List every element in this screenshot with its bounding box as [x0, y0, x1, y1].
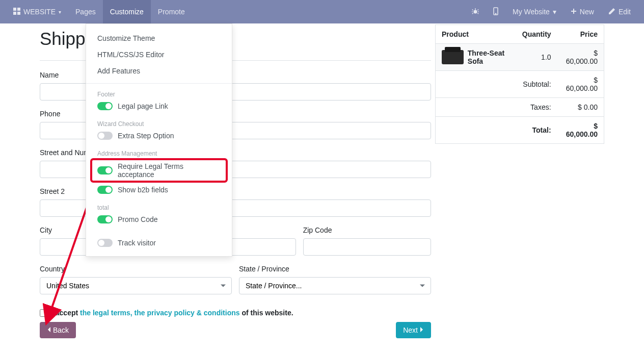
customize-dropdown: Customize Theme HTML/CSS/JS Editor Add F… — [86, 23, 232, 257]
back-button[interactable]: Back — [40, 322, 76, 338]
product-price: $ 60,000.00 — [557, 44, 604, 71]
dropdown-header-wizard: Wizard Checkout — [86, 117, 232, 129]
nav-pages[interactable]: Pages — [68, 0, 103, 23]
toggle-extra-step[interactable]: Extra Step Option — [86, 129, 232, 143]
zip-input[interactable] — [303, 238, 431, 256]
nav-pages-label: Pages — [75, 8, 96, 16]
dropdown-header-total: total — [86, 201, 232, 212]
svg-point-6 — [495, 13, 496, 14]
nav-bug-button[interactable] — [465, 0, 486, 23]
nav-customize-label: Customize — [110, 8, 144, 16]
nav-promote-label: Promote — [158, 8, 185, 16]
country-label: Country — [40, 265, 232, 273]
caret-down-icon: ▾ — [553, 8, 556, 16]
svg-rect-1 — [17, 8, 20, 11]
grid-icon — [13, 8, 20, 16]
nav-left: WEBSITE ▾ Pages Customize Promote — [6, 0, 192, 23]
toggle-label: Require Legal Terms acceptance — [118, 162, 221, 179]
dropdown-add-features[interactable]: Add Features — [86, 63, 232, 79]
field-zip: Zip Code — [303, 226, 431, 256]
product-name: Three-Seat Sofa — [468, 49, 510, 65]
nav-right: My Website ▾ New Edit — [465, 0, 638, 23]
back-label: Back — [53, 326, 69, 334]
nav-mobile-button[interactable] — [486, 0, 505, 23]
pencil-icon — [608, 8, 615, 16]
subtotal-value: $ 60,000.00 — [557, 71, 604, 98]
field-country: Country United States — [40, 265, 232, 294]
top-navbar: WEBSITE ▾ Pages Customize Promote My Web… — [0, 0, 644, 23]
toggle-legal-page-link[interactable]: Legal page Link — [86, 99, 232, 113]
row-country-state: Country United States State / Province S… — [40, 265, 431, 304]
country-select[interactable]: United States — [40, 277, 232, 294]
taxes-row: Taxes: $ 0.00 — [436, 98, 604, 117]
legal-terms-link[interactable]: the legal terms, the privacy policy & co… — [80, 309, 240, 317]
toggle-label: Legal page Link — [118, 102, 168, 110]
zip-label: Zip Code — [303, 226, 431, 234]
dropdown-customize-theme[interactable]: Customize Theme — [86, 24, 232, 46]
product-cell: Three-Seat Sofa — [436, 44, 516, 71]
product-image — [442, 50, 464, 64]
table-header-row: Product Quantity Price — [436, 25, 604, 44]
toggle-label: Extra Step Option — [118, 132, 174, 140]
accept-suffix: of this website. — [240, 309, 293, 317]
plus-icon — [571, 8, 577, 16]
toggle-switch[interactable] — [97, 215, 113, 223]
subtotal-row: Subtotal: $ 60,000.00 — [436, 71, 604, 98]
caret-down-icon: ▾ — [59, 9, 61, 15]
taxes-label: Taxes: — [436, 98, 557, 117]
toggle-label: Show b2b fields — [118, 186, 168, 194]
total-value: $ 60,000.00 — [557, 117, 604, 144]
nav-customize[interactable]: Customize — [103, 0, 151, 23]
mobile-icon — [493, 7, 498, 17]
dropdown-header-footer: Footer — [86, 88, 232, 99]
product-qty: 1.0 — [516, 44, 557, 71]
nav-my-website[interactable]: My Website ▾ — [505, 0, 564, 23]
accept-terms-row: I accept the legal terms, the privacy po… — [40, 309, 431, 317]
toggle-switch[interactable] — [97, 239, 113, 247]
col-product: Product — [436, 25, 516, 44]
toggle-switch[interactable] — [97, 132, 113, 140]
chevron-right-icon — [420, 326, 424, 334]
toggle-require-legal-terms[interactable]: Require Legal Terms acceptance — [91, 159, 227, 182]
col-price: Price — [557, 25, 604, 44]
nav-edit-label: Edit — [619, 8, 631, 16]
nav-promote[interactable]: Promote — [151, 0, 192, 23]
state-select[interactable]: State / Province... — [239, 277, 431, 294]
button-row: Back Next — [40, 322, 431, 338]
accept-text: I accept the legal terms, the privacy po… — [51, 309, 293, 317]
toggle-show-b2b[interactable]: Show b2b fields — [86, 183, 232, 197]
field-state: State / Province State / Province... — [239, 265, 431, 294]
toggle-label: Promo Code — [118, 215, 158, 223]
toggle-promo-code[interactable]: Promo Code — [86, 212, 232, 227]
col-quantity: Quantity — [516, 25, 557, 44]
dropdown-header-address: Address Management — [86, 147, 232, 158]
svg-rect-2 — [13, 12, 16, 15]
accept-prefix: I accept — [51, 309, 80, 317]
bug-icon — [472, 8, 479, 16]
svg-rect-3 — [17, 12, 20, 15]
dropdown-divider — [86, 83, 232, 84]
nav-edit-button[interactable]: Edit — [601, 0, 638, 23]
svg-point-4 — [473, 10, 477, 13]
toggle-switch[interactable] — [97, 186, 113, 194]
nav-website-label: WEBSITE — [23, 8, 56, 16]
dropdown-html-editor[interactable]: HTML/CSS/JS Editor — [86, 46, 232, 63]
toggle-label: Track visitor — [118, 239, 156, 247]
accept-terms-checkbox[interactable] — [40, 309, 47, 317]
toggle-track-visitor[interactable]: Track visitor — [86, 236, 232, 250]
chevron-left-icon — [47, 326, 51, 334]
main-content: Customize Theme HTML/CSS/JS Editor Add F… — [0, 23, 644, 338]
total-label: Total: — [436, 117, 557, 144]
toggle-switch[interactable] — [97, 102, 113, 110]
order-summary: Product Quantity Price Three-Seat Sofa 1… — [431, 23, 604, 338]
total-row: Total: $ 60,000.00 — [436, 117, 604, 144]
nav-new-label: New — [580, 8, 594, 16]
nav-my-website-label: My Website — [513, 8, 550, 16]
toggle-switch[interactable] — [97, 166, 113, 174]
form-column: Customize Theme HTML/CSS/JS Editor Add F… — [40, 23, 431, 338]
nav-new-button[interactable]: New — [564, 0, 601, 23]
next-button[interactable]: Next — [396, 322, 431, 338]
next-label: Next — [403, 326, 418, 334]
nav-website[interactable]: WEBSITE ▾ — [6, 0, 68, 23]
svg-rect-0 — [13, 8, 16, 11]
